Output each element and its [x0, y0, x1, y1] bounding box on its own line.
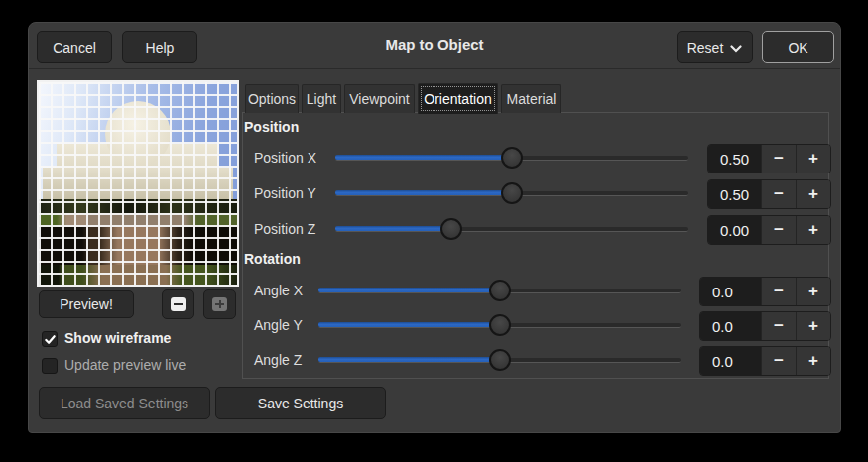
increment-button[interactable]: +: [796, 216, 830, 244]
angle-x-slider[interactable]: [318, 280, 681, 301]
position-y-label: Position Y: [254, 183, 316, 203]
reset-label: Reset: [687, 40, 724, 56]
decrement-button[interactable]: −: [761, 347, 796, 375]
preview-area[interactable]: [37, 80, 239, 287]
tab-options-label: Options: [248, 91, 296, 107]
load-saved-settings-button[interactable]: Load Saved Settings: [39, 387, 210, 419]
zoom-out-button[interactable]: [162, 289, 194, 319]
slider-knob[interactable]: [501, 182, 523, 204]
slider-fill: [318, 357, 500, 362]
position-z-label: Position Z: [254, 219, 315, 239]
save-settings-button[interactable]: Save Settings: [215, 387, 386, 419]
decrement-button[interactable]: −: [761, 216, 796, 244]
zoom-in-icon: [212, 297, 227, 311]
increment-button[interactable]: +: [796, 347, 830, 375]
angle-x-value[interactable]: 0.0: [700, 278, 761, 305]
tab-orientation-label: Orientation: [424, 91, 491, 107]
increment-button[interactable]: +: [796, 180, 830, 208]
slider-fill: [335, 190, 512, 195]
position-x-slider[interactable]: [335, 147, 688, 169]
wireframe-grid-overlay: [39, 82, 237, 285]
position-x-label: Position X: [254, 148, 316, 168]
slider-fill: [318, 322, 500, 327]
position-z-value[interactable]: 0.00: [708, 216, 761, 244]
cancel-button[interactable]: Cancel: [37, 31, 112, 63]
angle-y-value[interactable]: 0.0: [700, 312, 761, 340]
angle-y-spinbutton: 0.0 − +: [699, 311, 831, 341]
position-z-slider[interactable]: [335, 218, 688, 240]
preview-button-label: Preview!: [60, 296, 113, 312]
angle-x-spinbutton: 0.0 − +: [699, 277, 831, 306]
show-wireframe-checkbox[interactable]: [42, 331, 58, 347]
increment-button[interactable]: +: [796, 312, 830, 340]
tab-viewpoint[interactable]: Viewpoint: [344, 84, 415, 113]
slider-knob[interactable]: [440, 218, 462, 240]
slider-fill: [335, 155, 512, 160]
angle-y-slider[interactable]: [318, 314, 681, 336]
save-settings-label: Save Settings: [258, 396, 343, 411]
angle-x-label: Angle X: [254, 281, 303, 300]
ok-button[interactable]: OK: [762, 31, 834, 63]
position-x-spinbutton: 0.50 − +: [707, 144, 831, 173]
angle-z-label: Angle Z: [254, 350, 302, 370]
decrement-button[interactable]: −: [761, 145, 796, 173]
decrement-button[interactable]: −: [761, 180, 796, 208]
decrement-button[interactable]: −: [761, 312, 796, 340]
position-y-value[interactable]: 0.50: [708, 180, 761, 208]
slider-knob[interactable]: [489, 349, 511, 371]
reset-dropdown-button[interactable]: Reset: [677, 31, 753, 63]
zoom-in-button[interactable]: [203, 289, 236, 319]
slider-knob[interactable]: [501, 147, 523, 169]
dialog-header: Map to Object Cancel Help Reset OK: [29, 23, 840, 69]
help-label: Help: [146, 40, 175, 56]
tab-viewpoint-label: Viewpoint: [349, 91, 409, 107]
slider-fill: [318, 288, 500, 292]
angle-y-label: Angle Y: [254, 315, 303, 335]
chevron-down-icon: [730, 45, 742, 53]
slider-knob[interactable]: [489, 314, 511, 336]
load-saved-settings-label: Load Saved Settings: [61, 396, 188, 411]
update-preview-live-checkbox[interactable]: [42, 358, 58, 374]
help-button[interactable]: Help: [122, 31, 197, 63]
tab-light[interactable]: Light: [302, 84, 341, 113]
show-wireframe-label[interactable]: Show wireframe: [64, 330, 171, 346]
tab-material[interactable]: Material: [501, 84, 561, 113]
angle-z-spinbutton: 0.0 − +: [699, 346, 831, 376]
tab-light-label: Light: [307, 91, 336, 107]
angle-z-slider[interactable]: [318, 349, 681, 371]
ok-label: OK: [788, 40, 807, 56]
update-preview-live-label[interactable]: Update preview live: [64, 357, 186, 373]
increment-button[interactable]: +: [796, 145, 830, 173]
cancel-label: Cancel: [53, 40, 96, 56]
slider-knob[interactable]: [489, 280, 511, 301]
decrement-button[interactable]: −: [761, 278, 796, 305]
map-to-object-dialog: Map to Object Cancel Help Reset OK Previ…: [28, 22, 841, 433]
tab-options[interactable]: Options: [245, 84, 299, 113]
preview-button[interactable]: Preview!: [39, 290, 134, 318]
rotation-section-heading: Rotation: [244, 251, 301, 267]
position-x-value[interactable]: 0.50: [708, 145, 761, 173]
angle-z-value[interactable]: 0.0: [700, 347, 761, 375]
position-y-spinbutton: 0.50 − +: [707, 179, 831, 209]
zoom-out-icon: [171, 297, 186, 311]
tab-material-label: Material: [507, 91, 557, 107]
checkmark-icon: [44, 333, 57, 346]
position-z-spinbutton: 0.00 − +: [707, 215, 831, 245]
tab-orientation[interactable]: Orientation: [418, 83, 498, 114]
increment-button[interactable]: +: [796, 278, 830, 305]
position-y-slider[interactable]: [335, 182, 688, 204]
slider-fill: [335, 226, 451, 231]
position-section-heading: Position: [244, 119, 299, 135]
